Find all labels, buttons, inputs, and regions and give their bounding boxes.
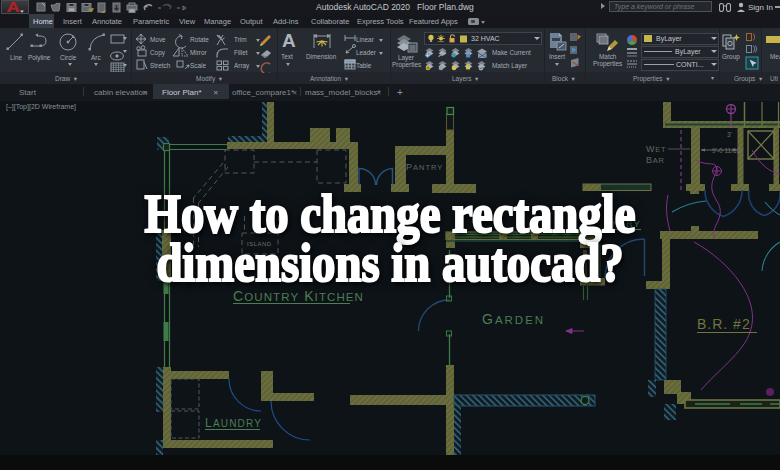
svg-text:9'-0 11/16": 9'-0 11/16"	[712, 147, 743, 154]
svg-text:GARDEN: GARDEN	[482, 311, 545, 327]
svg-text:LAUNDRY: LAUNDRY	[205, 416, 262, 430]
svg-text:PANTRY: PANTRY	[406, 162, 443, 172]
svg-text:BAR: BAR	[646, 155, 665, 165]
svg-text:B.R. #2: B.R. #2	[697, 316, 751, 332]
svg-text:WET: WET	[646, 144, 666, 154]
svg-text:3': 3'	[727, 131, 732, 138]
